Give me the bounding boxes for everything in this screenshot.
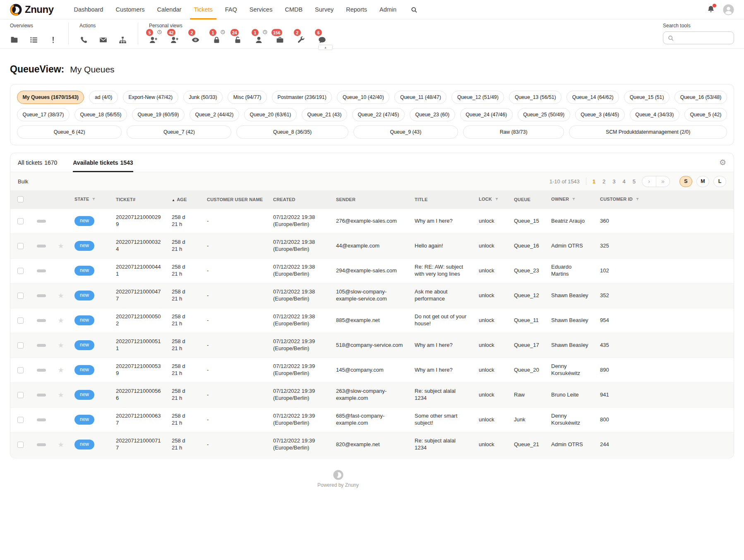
toolbar-item-folder[interactable] xyxy=(10,32,19,44)
queue-filter-queue-4[interactable]: Queue_4 (34/33) xyxy=(630,108,679,121)
queue-filter-queue-20[interactable]: Queue_20 (63/61) xyxy=(244,108,297,121)
queue-filter-queue-18[interactable]: Queue_18 (56/55) xyxy=(74,108,127,121)
page-number[interactable]: 3 xyxy=(612,178,615,185)
row-checkbox[interactable] xyxy=(17,268,24,274)
nav-item-faq[interactable]: FAQ xyxy=(219,0,243,19)
ticket-row[interactable]: new 2022071210000441 258 d21 h - 07/12/2… xyxy=(10,258,734,283)
toolbar-item-phone[interactable] xyxy=(79,32,88,44)
filter-funnel-icon[interactable] xyxy=(495,197,499,202)
search-input[interactable] xyxy=(677,35,730,41)
nav-item-admin[interactable]: Admin xyxy=(373,0,403,19)
toolbar-item-eye[interactable]: 2 xyxy=(191,32,200,44)
queue-filter-queue-16[interactable]: Queue_16 (53/48) xyxy=(674,91,727,104)
nav-item-dashboard[interactable]: Dashboard xyxy=(68,0,110,19)
toolbar-item-lock[interactable]: 1 xyxy=(212,32,221,44)
select-all-checkbox[interactable] xyxy=(17,196,24,202)
ticket-row[interactable]: ★ new 2022071210000477 258 d21 h - 07/12… xyxy=(10,283,734,308)
page-number[interactable]: 1 xyxy=(593,178,595,185)
queue-filter-queue-8[interactable]: Queue_8 (36/35) xyxy=(236,125,348,139)
toolbar-item-user[interactable]: 1 xyxy=(254,32,263,44)
watch-star-icon[interactable]: ★ xyxy=(58,341,64,349)
settings-gear-icon[interactable]: ⚙ xyxy=(719,159,726,166)
filter-funnel-icon[interactable] xyxy=(636,197,639,202)
ticket-row[interactable]: new 2022071210000637 258 d21 h - 07/12/2… xyxy=(10,407,734,432)
filter-funnel-icon[interactable] xyxy=(92,197,96,202)
watch-star-icon[interactable]: ★ xyxy=(58,242,64,250)
watch-star-icon[interactable]: ★ xyxy=(58,366,64,374)
watch-star-icon[interactable]: ★ xyxy=(58,291,64,300)
queue-filter-junk[interactable]: Junk (50/33) xyxy=(183,91,223,104)
queue-filter-queue-3[interactable]: Queue_3 (46/45) xyxy=(575,108,625,121)
queue-filter-queue-21[interactable]: Queue_21 (43) xyxy=(302,108,347,121)
toolbar-item-list[interactable] xyxy=(29,32,38,44)
page-number[interactable]: 2 xyxy=(602,178,605,185)
page-size-l[interactable]: L xyxy=(713,176,726,187)
nav-item-customers[interactable]: Customers xyxy=(109,0,151,19)
tab-available-tickets[interactable]: Available tickets 1543 xyxy=(73,153,133,172)
queue-filter-queue-11[interactable]: Queue_11 (48/47) xyxy=(394,91,446,104)
tab-all-tickets[interactable]: All tickets 1670 xyxy=(18,153,57,172)
toolbar-item-user-plus[interactable]: 5 xyxy=(149,32,158,44)
row-checkbox[interactable] xyxy=(17,442,24,448)
toolbar-item-sitemap[interactable] xyxy=(118,32,127,44)
queue-filter-queue-7[interactable]: Queue_7 (42) xyxy=(127,125,231,139)
queue-filter-postmaster[interactable]: Postmaster (236/191) xyxy=(272,91,332,104)
ticket-row[interactable]: ★ new 2022071210000566 258 d21 h - 07/12… xyxy=(10,382,734,407)
queue-filter-queue-23[interactable]: Queue_23 (60) xyxy=(410,108,455,121)
page-number[interactable]: 5 xyxy=(633,178,636,185)
toolbar-item-exclamation[interactable] xyxy=(49,32,58,44)
nav-item-reports[interactable]: Reports xyxy=(340,0,373,19)
ticket-row[interactable]: ★ new 2022071210000511 258 d21 h - 07/12… xyxy=(10,333,734,358)
row-checkbox[interactable] xyxy=(17,417,24,423)
toolbar-item-user-plus[interactable]: 42 xyxy=(170,32,179,44)
queue-filter-queue-13[interactable]: Queue_13 (56/51) xyxy=(509,91,562,104)
nav-item-tickets[interactable]: Tickets xyxy=(187,0,218,19)
page-size-s[interactable]: S xyxy=(679,176,692,187)
ticket-row[interactable]: ★ new 2022071210000324 258 d21 h - 07/12… xyxy=(10,233,734,258)
ticket-row[interactable]: new 2022071210000299 258 d21 h - 07/12/2… xyxy=(10,209,734,233)
queue-filter-scm-produktdatenmanagement[interactable]: SCM Produktdatenmanagement (2/0) xyxy=(569,125,727,139)
watch-star-icon[interactable]: ★ xyxy=(58,391,64,399)
toolbar-item-envelope[interactable] xyxy=(99,32,108,44)
row-checkbox[interactable] xyxy=(17,243,24,249)
nav-item-survey[interactable]: Survey xyxy=(309,0,340,19)
queue-filter-queue-22[interactable]: Queue_22 (47/45) xyxy=(352,108,405,121)
nav-item-cmdb[interactable]: CMDB xyxy=(278,0,309,19)
queue-filter-queue-9[interactable]: Queue_9 (43) xyxy=(353,125,458,139)
row-checkbox[interactable] xyxy=(17,367,24,373)
row-checkbox[interactable] xyxy=(17,293,24,299)
queue-filter-queue-2[interactable]: Queue_2 (44/42) xyxy=(190,108,239,121)
nav-item-services[interactable]: Services xyxy=(243,0,279,19)
queue-filter-queue-10[interactable]: Queue_10 (42/40) xyxy=(337,91,389,104)
row-checkbox[interactable] xyxy=(17,218,24,224)
queue-filter-misc[interactable]: Misc (94/77) xyxy=(228,91,267,104)
toolbar-collapse-button[interactable]: ▲ xyxy=(318,45,333,50)
queue-filter-ad[interactable]: ad (4/0) xyxy=(89,91,118,104)
avatar[interactable] xyxy=(723,4,734,15)
nav-search-icon[interactable] xyxy=(404,0,424,19)
queue-filter-raw[interactable]: Raw (83/73) xyxy=(463,125,564,139)
queue-filter-queue-25[interactable]: Queue_25 (50/49) xyxy=(518,108,570,121)
ticket-row[interactable]: ★ new 2022071210000539 258 d21 h - 07/12… xyxy=(10,358,734,382)
queue-filter-export-new[interactable]: Export-New (47/42) xyxy=(123,91,178,104)
ticket-row[interactable]: ★ new 2022071210000717 258 d21 h - 07/12… xyxy=(10,432,734,457)
bulk-button[interactable]: Bulk xyxy=(18,178,28,185)
last-page-button[interactable]: » xyxy=(656,176,670,187)
queue-filter-queue-19[interactable]: Queue_19 (60/59) xyxy=(132,108,185,121)
filter-funnel-icon[interactable] xyxy=(572,197,576,202)
page-number[interactable]: 4 xyxy=(623,178,626,185)
notifications-bell-icon[interactable] xyxy=(706,5,715,14)
watch-star-icon[interactable]: ★ xyxy=(58,440,64,449)
queue-filter-queue-5[interactable]: Queue_5 (42) xyxy=(684,108,727,121)
page-size-m[interactable]: M xyxy=(696,176,709,187)
row-checkbox[interactable] xyxy=(17,317,24,324)
next-page-button[interactable]: › xyxy=(642,176,656,187)
queue-filter-my-queues[interactable]: My Queues (1670/1543) xyxy=(17,91,84,104)
toolbar-item-comment[interactable]: 6 xyxy=(318,32,326,44)
ticket-row[interactable]: ★ new 2022071210000502 258 d21 h - 07/12… xyxy=(10,308,734,333)
toolbar-item-wrench[interactable]: 2 xyxy=(297,32,305,44)
queue-filter-queue-12[interactable]: Queue_12 (51/49) xyxy=(451,91,504,104)
watch-star-icon[interactable]: ★ xyxy=(58,316,64,324)
row-checkbox[interactable] xyxy=(17,392,24,398)
toolbar-item-unlock[interactable]: 24 xyxy=(233,32,242,44)
